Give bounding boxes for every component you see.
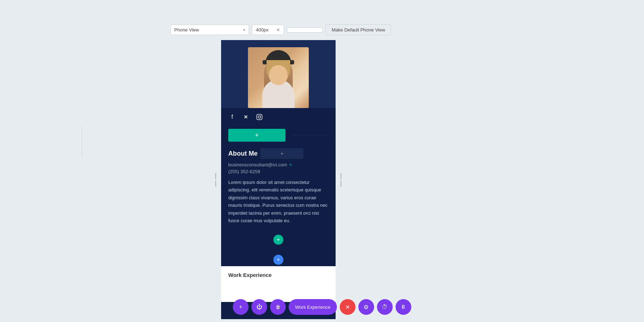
ft-power-icon: ⏻ [257,304,262,310]
add-inline-icon: + [280,151,283,156]
divider-add-button[interactable]: + [273,255,283,265]
instagram-icon[interactable] [255,113,263,121]
chevron-down-icon: ▾ [243,28,245,32]
ft-add-icon: + [239,304,242,310]
toolbar: Phone View ▾ 400px ✕ Make Default Phone … [170,24,391,35]
work-exp-label: Work Experience [228,272,272,278]
email-plus-icon[interactable]: + [289,162,292,167]
phone-content: f ✕ + About Me + b [221,40,336,319]
ft-clock-button[interactable]: ⏱ [377,299,392,315]
close-icon[interactable]: ✕ [276,27,280,33]
ft-trash-button[interactable]: 🗑 [270,299,286,315]
facebook-icon[interactable]: f [228,113,236,121]
ft-trash-icon: 🗑 [275,304,280,310]
add-button-row: + [221,126,336,145]
add-btn-line [293,135,328,136]
add-inline-button[interactable]: + [260,148,303,159]
section-divider: + [221,253,336,266]
toolbar-extra [287,28,323,33]
px-input-wrapper: 400px ✕ [252,25,284,35]
ft-section-label: Work Experience [289,299,337,315]
svg-point-1 [258,116,261,118]
view-select-label: Phone View [174,27,199,33]
view-select[interactable]: Phone View ▾ [170,25,249,35]
contact-phone: (255) 352-6259 [228,169,328,174]
ft-add-button[interactable]: + [233,299,249,315]
profile-image-area [221,40,336,108]
floating-toolbar: + ⏻ 🗑 Work Experience ✕ ⚙ ⏱ ⏸ [233,299,411,315]
ft-close-button[interactable]: ✕ [340,299,355,315]
about-title-row: About Me + [228,148,328,159]
resize-handle-left[interactable] [215,172,217,187]
white-section: Work Experience [221,266,336,302]
email-text: businessconsultant@ivi.com [228,162,287,167]
make-default-button[interactable]: Make Default Phone View [326,24,391,35]
left-separator [82,125,82,157]
px-value: 400px [256,27,274,33]
social-icons-row: f ✕ [221,108,336,126]
ft-power-button[interactable]: ⏻ [252,299,267,315]
ft-pause-icon: ⏸ [400,304,406,310]
ft-gear-icon: ⚙ [364,304,369,311]
lorem-text: Lorem ipsum dolor sit amet consectetur a… [228,179,328,225]
add-teal-button[interactable]: + [228,129,286,142]
svg-rect-0 [257,114,262,120]
ft-close-icon: ✕ [345,304,350,311]
resize-handle-right[interactable] [340,172,342,187]
profile-image [248,47,309,108]
contact-email: businessconsultant@ivi.com + [228,162,328,167]
about-section: About Me + businessconsultant@ivi.com + … [221,145,336,253]
section-add-button[interactable]: + [273,235,283,245]
twitter-x-icon[interactable]: ✕ [242,113,250,121]
svg-point-2 [260,115,261,116]
phone-text: (255) 352-6259 [228,169,260,174]
ft-gear-button[interactable]: ⚙ [358,299,374,315]
face-decoration [269,65,288,85]
phone-preview: f ✕ + About Me + b [221,40,336,319]
ft-pause-button[interactable]: ⏸ [395,299,411,315]
ft-clock-icon: ⏱ [382,304,387,310]
about-title: About Me [228,150,258,157]
